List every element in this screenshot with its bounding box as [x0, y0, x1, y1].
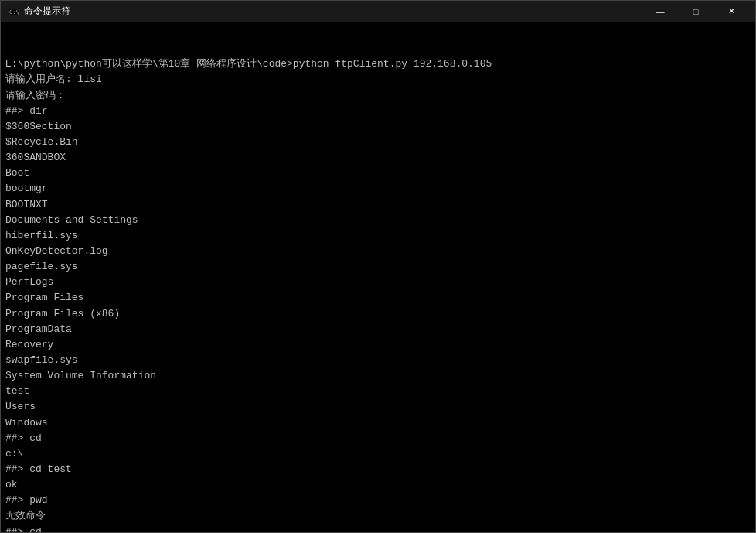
terminal-line: Windows — [5, 415, 751, 431]
terminal-line: ##> cd test — [5, 462, 751, 477]
terminal-line: Program Files (x86) — [5, 306, 751, 322]
terminal-line: hiberfil.sys — [5, 228, 751, 244]
svg-text:C:\: C:\ — [9, 9, 19, 15]
close-button[interactable]: ✕ — [713, 1, 749, 22]
terminal-line: $Recycle.Bin — [5, 135, 751, 150]
terminal-line: ##> pwd — [5, 493, 751, 508]
terminal-line: c:\ — [5, 446, 751, 462]
terminal-line: bootmgr — [5, 181, 751, 196]
cmd-icon: C:\ — [7, 5, 19, 18]
terminal-line: BOOTNXT — [5, 197, 751, 213]
terminal-line: Program Files — [5, 290, 751, 306]
terminal-line: 360SANDBOX — [5, 150, 751, 166]
terminal-line: 请输入用户名: lisi — [5, 72, 751, 87]
terminal-line: $360Section — [5, 119, 751, 135]
terminal-line: ##> cd — [5, 524, 751, 533]
terminal-line: Documents and Settings — [5, 213, 751, 228]
terminal-line: OnKeyDetector.log — [5, 244, 751, 259]
terminal-line: PerfLogs — [5, 275, 751, 290]
terminal-line: 请输入密码： — [5, 88, 751, 104]
terminal-output[interactable]: E:\python\python可以这样学\第10章 网络程序设计\code>p… — [1, 22, 755, 532]
terminal-line: pagefile.sys — [5, 259, 751, 275]
terminal-line: E:\python\python可以这样学\第10章 网络程序设计\code>p… — [5, 56, 751, 72]
minimize-button[interactable]: — — [642, 1, 678, 22]
terminal-line: ProgramData — [5, 322, 751, 337]
maximize-button[interactable]: □ — [678, 1, 713, 22]
terminal-line: 无效命令 — [5, 508, 751, 524]
terminal-line: swapfile.sys — [5, 353, 751, 368]
terminal-line: ok — [5, 477, 751, 493]
terminal-line: ##> cd — [5, 431, 751, 446]
cmd-window: C:\ 命令提示符 — □ ✕ E:\python\python可以这样学\第1… — [0, 0, 756, 533]
title-bar: C:\ 命令提示符 — □ ✕ — [1, 1, 755, 22]
terminal-line: ##> dir — [5, 104, 751, 119]
terminal-line: Users — [5, 399, 751, 415]
terminal-line: Boot — [5, 166, 751, 181]
terminal-line: Recovery — [5, 337, 751, 353]
window-title: 命令提示符 — [24, 5, 642, 18]
terminal-line: test — [5, 384, 751, 399]
terminal-line: System Volume Information — [5, 368, 751, 384]
window-controls: — □ ✕ — [642, 1, 749, 22]
